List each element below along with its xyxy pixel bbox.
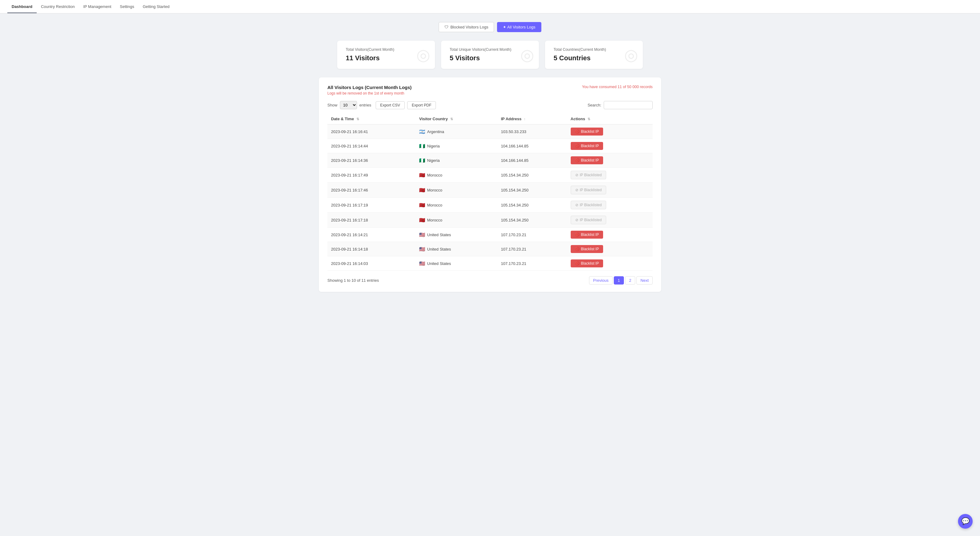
export-pdf-button[interactable]: Export PDF [407,101,436,109]
search-input[interactable] [604,101,652,109]
show-label: Show [328,103,337,107]
export-csv-button[interactable]: Export CSV [375,101,405,109]
cell-country: 🇺🇸 United States [415,242,497,256]
table-title: All Visitors Logs (Current Month Logs) [328,85,412,90]
next-button[interactable]: Next [636,276,652,284]
stat-label-1: Total Unique Visitors(Current Month) [450,48,530,52]
country-name: Morocco [427,188,442,192]
previous-button[interactable]: Previous [589,276,612,284]
nav-tab-getting-started[interactable]: Getting Started [138,1,173,13]
cell-datetime: 2023-09-21 16:14:18 [328,242,415,256]
cell-actions: ⊘ IP Blacklisted [567,168,652,183]
ban-icon-grey: ⊘ [575,218,578,222]
cell-country: 🇺🇸 United States [415,256,497,271]
table-title-block: All Visitors Logs (Current Month Logs) L… [328,85,412,96]
flag-wrap: 🇦🇷 Argentina [419,129,493,135]
flag-wrap: 🇲🇦 Morocco [419,172,493,178]
table-header-row: Date & Time ⇅ Visitor Country ⇅ IP Addre… [328,113,652,124]
cell-actions: 🚫 Blacklist IP [567,139,652,153]
log-toggle-group: 🛡 Blocked Visitors Logs ✦ All Visitors L… [319,22,661,32]
cell-actions: 🚫 Blacklist IP [567,228,652,242]
nav-tab-country-restriction[interactable]: Country Restriction [37,1,79,13]
export-buttons: Export CSV Export PDF [375,101,436,109]
cell-actions: ⊘ IP Blacklisted [567,198,652,213]
cell-actions: 🚫 Blacklist IP [567,153,652,168]
table-row: 2023-09-21 16:14:03 🇺🇸 United States 107… [328,256,652,271]
page-1-button[interactable]: 1 [614,276,624,284]
blacklist-ip-button[interactable]: 🚫 Blacklist IP [571,245,603,253]
flag-wrap: 🇺🇸 United States [419,232,493,238]
flag-wrap: 🇲🇦 Morocco [419,187,493,193]
country-name: Morocco [427,173,442,177]
shield-icon: 🛡 [444,25,449,29]
cell-country: 🇳🇬 Nigeria [415,139,497,153]
stat-value-0: 11 Visitors [346,54,426,62]
nav-tab-settings[interactable]: Settings [116,1,138,13]
ban-icon: 🚫 [575,247,579,251]
cell-datetime: 2023-09-21 16:17:19 [328,198,415,213]
ip-blacklisted-button: ⊘ IP Blacklisted [571,171,606,179]
country-name: Argentina [427,129,444,134]
search-label: Search: [587,103,601,107]
sort-icon-actions: ⇅ [587,117,590,121]
show-entries: Show 10 25 50 100 entries [328,101,371,109]
ip-blacklisted-button: ⊘ IP Blacklisted [571,186,606,194]
ban-icon: 🚫 [575,261,579,266]
nav-tab-ip-management[interactable]: IP Management [79,1,116,13]
stat-bg-icon-1: ◎ [520,46,534,64]
cell-ip: 107.170.23.21 [497,228,567,242]
all-visitors-logs-button[interactable]: ✦ All Visitors Logs [497,22,541,32]
cell-ip: 105.154.34.250 [497,168,567,183]
stat-value-1: 5 Visitors [450,54,530,62]
all-logs-label: ✦ All Visitors Logs [503,25,535,29]
search-wrap: Search: [587,101,652,109]
table-row: 2023-09-21 16:14:18 🇺🇸 United States 107… [328,242,652,256]
country-name: United States [427,261,451,266]
flag-icon: 🇺🇸 [419,232,425,238]
sort-icon-country: ⇅ [450,117,453,121]
navigation-bar: DashboardCountry RestrictionIP Managemen… [0,0,980,13]
stat-bg-icon-2: ◎ [624,46,638,64]
blacklist-ip-button[interactable]: 🚫 Blacklist IP [571,128,603,136]
cell-actions: 🚫 Blacklist IP [567,242,652,256]
cell-actions: 🚫 Blacklist IP [567,256,652,271]
flag-icon: 🇲🇦 [419,217,425,223]
table-row: 2023-09-21 16:17:46 🇲🇦 Morocco 105.154.3… [328,183,652,198]
cell-datetime: 2023-09-21 16:14:36 [328,153,415,168]
entries-label: entries [360,103,371,107]
blacklist-ip-button[interactable]: 🚫 Blacklist IP [571,231,603,239]
consumed-text: You have consumed 11 of 50 000 records [582,85,652,89]
col-ip: IP Address ↑ [497,113,567,124]
table-row: 2023-09-21 16:14:21 🇺🇸 United States 107… [328,228,652,242]
main-content: 🛡 Blocked Visitors Logs ✦ All Visitors L… [307,13,673,300]
ban-icon: 🚫 [575,129,579,134]
blacklist-ip-button[interactable]: 🚫 Blacklist IP [571,142,603,150]
flag-icon: 🇦🇷 [419,129,425,135]
blocked-visitors-logs-button[interactable]: 🛡 Blocked Visitors Logs [439,22,494,32]
col-actions: Actions ⇅ [567,113,652,124]
cell-ip: 104.166.144.85 [497,153,567,168]
pagination-info: Showing 1 to 10 of 11 entries [328,278,379,283]
nav-tab-dashboard[interactable]: Dashboard [7,1,37,13]
cell-actions: ⊘ IP Blacklisted [567,213,652,228]
ban-icon: 🚫 [575,233,579,237]
col-datetime: Date & Time ⇅ [328,113,415,124]
cell-country: 🇲🇦 Morocco [415,183,497,198]
flag-wrap: 🇺🇸 United States [419,261,493,266]
flag-wrap: 🇲🇦 Morocco [419,202,493,208]
blacklist-ip-button[interactable]: 🚫 Blacklist IP [571,156,603,164]
cell-actions: ⊘ IP Blacklisted [567,183,652,198]
table-body: 2023-09-21 16:16:41 🇦🇷 Argentina 103.50.… [328,124,652,271]
page-2-button[interactable]: 2 [625,276,635,284]
col-country: Visitor Country ⇅ [415,113,497,124]
blacklist-ip-button[interactable]: 🚫 Blacklist IP [571,259,603,267]
ip-blacklisted-button: ⊘ IP Blacklisted [571,201,606,209]
ban-icon: 🚫 [575,144,579,148]
entries-select[interactable]: 10 25 50 100 [340,101,357,109]
stat-card-0: Total Visitors(Current Month) 11 Visitor… [337,41,435,69]
flag-wrap: 🇳🇬 Nigeria [419,143,493,149]
stat-value-2: 5 Countries [554,54,634,62]
table-row: 2023-09-21 16:17:18 🇲🇦 Morocco 105.154.3… [328,213,652,228]
table-thead: Date & Time ⇅ Visitor Country ⇅ IP Addre… [328,113,652,124]
ban-icon-grey: ⊘ [575,203,578,207]
